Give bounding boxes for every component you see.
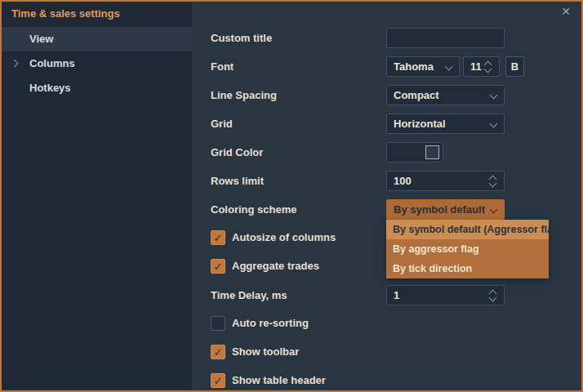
font-size-stepper[interactable]: 11 [463,56,500,77]
time-delay-stepper[interactable]: 1 [386,285,505,305]
rows-limit-value: 100 [394,172,487,190]
color-swatch [425,145,439,159]
close-icon[interactable]: ✕ [559,4,573,19]
dropdown-option[interactable]: By tick direction [386,259,549,278]
aggregate-trades-checkbox[interactable]: ✓ [211,259,225,274]
dropdown-option[interactable]: By aggressor flag [386,239,549,259]
chevron-down-icon [445,63,453,71]
grid-color-label: Grid Color [211,142,263,163]
custom-title-input[interactable] [387,29,504,47]
chevron-down-icon [490,120,498,128]
check-icon: ✓ [214,375,223,387]
bold-button[interactable]: B [505,56,524,77]
autosize-columns-checkbox[interactable]: ✓ [211,230,225,245]
aggregate-trades-label: Aggregate trades [232,259,319,274]
show-toolbar-label: Show toolbar [232,345,299,359]
check-icon: ✓ [214,261,223,273]
grid-value: Horizontal [394,114,487,133]
rows-limit-stepper[interactable]: 100 [386,171,505,191]
time-delay-value: 1 [394,286,487,305]
auto-resorting-checkbox[interactable] [211,316,225,331]
sidebar-item-columns[interactable]: Columns [2,51,192,76]
coloring-scheme-label: Coloring scheme [211,199,296,220]
chevron-down-icon [490,206,498,214]
check-icon: ✓ [214,346,223,359]
sidebar-item-view[interactable]: View [2,27,192,51]
custom-title-label: Custom title [211,28,272,48]
show-toolbar-checkbox[interactable]: ✓ [211,345,225,359]
coloring-scheme-value: By symbol default (Aggressor flag) [394,200,487,219]
custom-title-field-wrap [386,28,505,48]
grid-select[interactable]: Horizontal [386,114,505,134]
font-family-select[interactable]: Tahoma [386,56,460,77]
dropdown-option[interactable]: By symbol default (Aggressor flag) [386,220,549,239]
time-sales-settings-dialog: Time & sales settings View Columns Hotke… [0,0,583,392]
sidebar: Time & sales settings View Columns Hotke… [2,2,192,390]
grid-color-picker[interactable] [386,142,443,163]
coloring-scheme-select[interactable]: By symbol default (Aggressor flag) [386,199,505,220]
sidebar-item-label: View [29,27,53,51]
spinner-arrows-icon[interactable] [484,60,494,74]
sidebar-item-hotkeys[interactable]: Hotkeys [2,76,192,100]
coloring-scheme-dropdown-list: By symbol default (Aggressor flag) By ag… [386,220,549,278]
spinner-arrows-icon[interactable] [489,175,499,188]
show-table-header-checkbox[interactable]: ✓ [211,373,225,388]
chevron-down-icon [490,91,498,100]
time-delay-label: Time Delay, ms [211,285,287,305]
line-spacing-value: Compact [394,86,487,105]
line-spacing-select[interactable]: Compact [386,85,505,105]
line-spacing-label: Line Spacing [211,85,277,105]
chevron-right-icon [11,60,19,68]
spinner-arrows-icon[interactable] [489,289,499,302]
font-family-value: Tahoma [394,57,443,76]
show-table-header-label: Show table header [232,373,326,388]
autosize-columns-label: Autosize of columns [232,230,336,245]
rows-limit-label: Rows limit [211,171,264,191]
sidebar-item-label: Columns [29,51,75,76]
sidebar-item-label: Hotkeys [29,76,71,100]
check-icon: ✓ [214,232,223,244]
grid-label: Grid [211,114,233,134]
dialog-title: Time & sales settings [11,2,120,26]
auto-resorting-label: Auto re-sorting [232,316,309,331]
font-label: Font [211,56,234,77]
